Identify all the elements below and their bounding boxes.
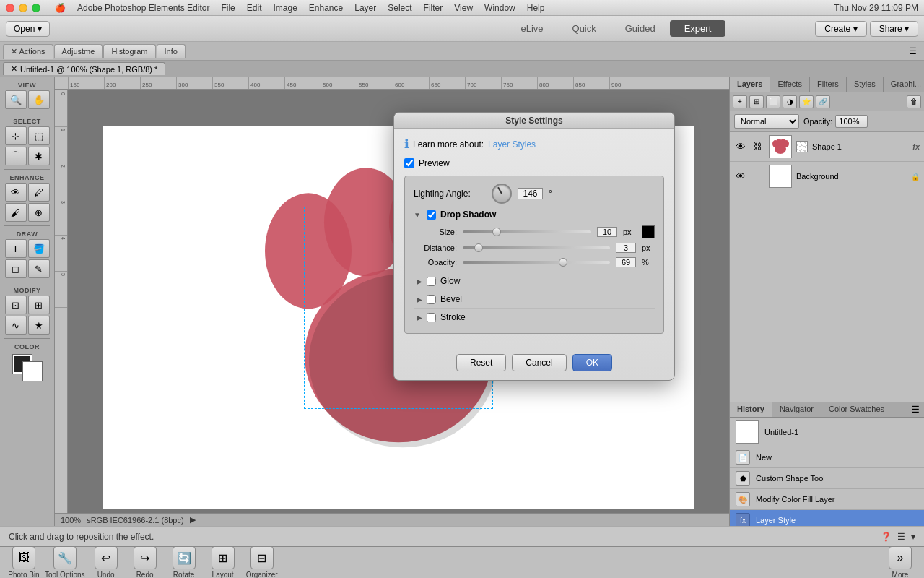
layer-link-btn[interactable]: 🔗 [816,95,830,108]
close-button[interactable] [6,4,14,12]
menu-filter[interactable]: Filter [424,3,443,13]
shadow-color-swatch[interactable] [642,225,655,238]
more-button[interactable]: » More [882,546,918,578]
undo-tool[interactable]: ↩ Undo [88,546,124,578]
pencil-tool[interactable]: ✎ [28,259,50,278]
brush-tool[interactable]: 🖌 [5,203,27,222]
eyedropper-tool[interactable]: 🖊 [28,183,50,202]
stroke-expand-icon[interactable]: ▶ [417,314,422,322]
layer-styles-link[interactable]: Layer Styles [488,139,536,150]
layout-tool[interactable]: ⊞ Layout [205,546,241,578]
bevel-row[interactable]: ▶ Bevel [414,290,655,308]
menu-file[interactable]: File [221,3,235,13]
reset-button[interactable]: Reset [456,354,506,371]
layer-visibility-bg[interactable]: 👁 [734,170,747,183]
tab-guided[interactable]: Guided [611,20,670,37]
layer-item-shape1[interactable]: 👁 ⛓ Shape 1 fx [730,132,924,162]
smudge-tool[interactable]: ∿ [5,316,27,335]
add-mask-btn[interactable]: ⬜ [766,95,780,108]
drop-shadow-collapse[interactable]: ▼ [414,211,422,219]
menu-enhance[interactable]: Enhance [309,3,343,13]
menu-image[interactable]: Image [273,3,297,13]
tab-navigator[interactable]: Navigator [772,402,821,417]
tab-effects[interactable]: Effects [770,77,809,92]
transform-tool[interactable]: ⊞ [28,296,50,314]
blend-mode-select[interactable]: Normal Multiply Screen [734,114,799,129]
panel-tab-info[interactable]: Info [157,44,186,58]
opacity-input[interactable] [835,115,868,128]
drop-shadow-checkbox[interactable] [427,210,436,220]
menu-select[interactable]: Select [388,3,411,13]
rotate-tool[interactable]: 🔄 Rotate [166,546,202,578]
tab-elive[interactable]: eLive [506,20,557,37]
text-tool[interactable]: T [5,239,27,258]
expand-arrow[interactable]: ▶ [190,515,196,525]
magic-wand-tool[interactable]: ✱ [28,147,50,165]
tab-layers[interactable]: Layers [730,77,770,92]
history-item-color[interactable]: 🎨 Modify Color Fill Layer [730,489,924,510]
expand-icon[interactable]: ▾ [911,532,915,542]
photo-bin-tool[interactable]: 🖼 Photo Bin [6,546,42,578]
help-icon[interactable]: ❓ [881,532,892,542]
lasso-tool[interactable]: ⌒ [5,147,27,165]
layer-item-background[interactable]: 👁 Background 🔒 [730,162,924,191]
traffic-lights[interactable] [6,4,40,12]
menu-view[interactable]: View [454,3,473,13]
clone-tool[interactable]: ⊕ [28,203,50,222]
organizer-tool[interactable]: ⊟ Organizer [244,546,280,578]
crop-tool[interactable]: ⊡ [5,296,27,314]
background-color[interactable] [23,362,42,381]
eye-tool[interactable]: 👁 [5,183,27,202]
distance-slider-track[interactable] [463,246,610,249]
distance-value-input[interactable] [616,243,636,253]
menu-layer[interactable]: Layer [354,3,376,13]
hand-tool[interactable]: ✋ [28,90,50,109]
options-icon[interactable]: ☰ [897,532,905,542]
tab-filters[interactable]: Filters [810,77,847,92]
marquee-tool[interactable]: ⬚ [28,126,50,145]
tool-options-tool[interactable]: 🔧 Tool Options [45,546,85,578]
bevel-checkbox[interactable] [427,295,436,304]
glow-row[interactable]: ▶ Glow [414,272,655,290]
add-style-btn[interactable]: ⭐ [799,95,814,108]
panel-tab-adjustments[interactable]: Adjustme [54,44,103,58]
size-slider-track[interactable] [463,230,591,233]
layer-visibility-shape1[interactable]: 👁 [734,140,747,153]
cancel-button[interactable]: Cancel [512,354,566,371]
add-adjustment-btn[interactable]: ◑ [783,95,797,108]
panels-menu-icon[interactable]: ☰ [905,45,921,58]
bevel-expand-icon[interactable]: ▶ [417,296,422,303]
glow-expand-icon[interactable]: ▶ [417,277,422,285]
style-settings-dialog[interactable]: Style Settings ℹ Learn more about: Layer… [393,112,675,381]
size-slider-thumb[interactable] [492,228,501,236]
tab-history[interactable]: History [730,402,772,417]
tab-graphics[interactable]: Graphi... [884,77,924,92]
panel-tab-actions[interactable]: ✕ Actions [3,44,53,59]
menu-help[interactable]: Help [527,3,545,13]
share-button[interactable]: Share ▾ [870,21,918,37]
redo-tool[interactable]: ↪ Redo [127,546,163,578]
open-button[interactable]: Open ▾ [6,21,50,37]
doc-tab[interactable]: ✕ Untitled-1 @ 100% (Shape 1, RGB/8) * [3,62,165,75]
zoom-tool[interactable]: 🔍 [5,90,27,109]
opacity-slider-thumb[interactable] [559,258,567,267]
minimize-button[interactable] [19,4,27,12]
new-group-btn[interactable]: ⊞ [749,95,764,108]
tab-quick[interactable]: Quick [558,20,611,37]
menu-window[interactable]: Window [484,3,515,13]
menu-edit[interactable]: Edit [247,3,262,13]
doc-close-icon[interactable]: ✕ [11,64,17,74]
stroke-row[interactable]: ▶ Stroke [414,308,655,326]
delete-layer-btn[interactable]: 🗑 [907,95,921,108]
glow-checkbox[interactable] [427,277,436,286]
angle-input[interactable] [518,188,543,199]
tab-styles[interactable]: Styles [847,77,884,92]
maximize-button[interactable] [32,4,40,12]
opacity-value-input[interactable] [616,257,636,267]
history-item-new[interactable]: 📄 New [730,447,924,468]
preview-checkbox[interactable] [404,158,414,168]
apple-menu[interactable]: 🍎 [55,3,66,13]
history-item-shape[interactable]: ⬟ Custom Shape Tool [730,468,924,489]
shape-tool[interactable]: ★ [28,316,50,335]
paint-bucket-tool[interactable]: 🪣 [28,239,50,258]
